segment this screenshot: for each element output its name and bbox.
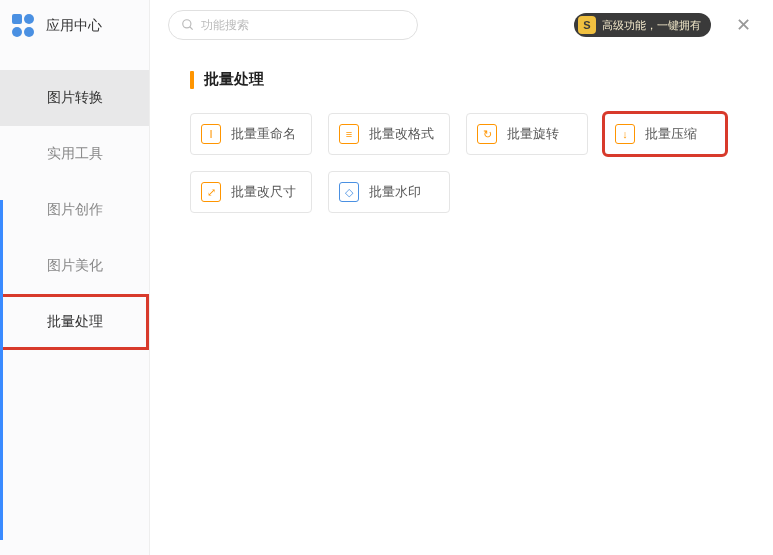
tile-grid: I批量重命名≡批量改格式↻批量旋转↓批量压缩⤢批量改尺寸◇批量水印 xyxy=(190,113,733,213)
section-title-text: 批量处理 xyxy=(204,70,264,89)
tile-batch-compress[interactable]: ↓批量压缩 xyxy=(604,113,726,155)
close-icon: ✕ xyxy=(736,14,751,36)
content: 批量处理 I批量重命名≡批量改格式↻批量旋转↓批量压缩⤢批量改尺寸◇批量水印 xyxy=(150,50,773,233)
promo-badge-icon: S xyxy=(578,16,596,34)
search-input[interactable] xyxy=(201,18,405,32)
tile-batch-rename[interactable]: I批量重命名 xyxy=(190,113,312,155)
batch-watermark-icon: ◇ xyxy=(339,182,359,202)
app-logo-icon xyxy=(12,14,36,38)
promo-text: 高级功能，一键拥有 xyxy=(602,18,701,33)
batch-compress-icon: ↓ xyxy=(615,124,635,144)
promo-pill[interactable]: S 高级功能，一键拥有 xyxy=(574,13,711,37)
batch-format-icon: ≡ xyxy=(339,124,359,144)
svg-point-0 xyxy=(183,20,191,28)
main-area: S 高级功能，一键拥有 ✕ 批量处理 I批量重命名≡批量改格式↻批量旋转↓批量压… xyxy=(150,0,773,555)
sidebar-item-image-convert[interactable]: 图片转换 xyxy=(0,70,149,126)
sidebar-item-image-create[interactable]: 图片创作 xyxy=(0,182,149,238)
svg-line-1 xyxy=(190,27,193,30)
sidebar-item-batch-processing[interactable]: 批量处理 xyxy=(0,294,149,350)
tile-label: 批量压缩 xyxy=(645,125,697,143)
tile-label: 批量旋转 xyxy=(507,125,559,143)
tile-label: 批量改格式 xyxy=(369,125,434,143)
sidebar-item-image-beautify[interactable]: 图片美化 xyxy=(0,238,149,294)
batch-resize-icon: ⤢ xyxy=(201,182,221,202)
tile-batch-rotate[interactable]: ↻批量旋转 xyxy=(466,113,588,155)
search-box[interactable] xyxy=(168,10,418,40)
app-title: 应用中心 xyxy=(46,17,102,35)
topbar: S 高级功能，一键拥有 ✕ xyxy=(150,0,773,50)
sidebar-header: 应用中心 xyxy=(0,0,149,52)
section-title: 批量处理 xyxy=(190,70,733,89)
close-button[interactable]: ✕ xyxy=(731,13,755,37)
section-accent-bar xyxy=(190,71,194,89)
tile-batch-format[interactable]: ≡批量改格式 xyxy=(328,113,450,155)
search-icon xyxy=(181,18,195,32)
tile-label: 批量重命名 xyxy=(231,125,296,143)
tile-batch-watermark[interactable]: ◇批量水印 xyxy=(328,171,450,213)
sidebar: 应用中心 图片转换 实用工具 图片创作 图片美化 批量处理 xyxy=(0,0,150,555)
nav-list: 图片转换 实用工具 图片创作 图片美化 批量处理 xyxy=(0,70,149,350)
batch-rotate-icon: ↻ xyxy=(477,124,497,144)
tile-batch-resize[interactable]: ⤢批量改尺寸 xyxy=(190,171,312,213)
tile-label: 批量水印 xyxy=(369,183,421,201)
tile-label: 批量改尺寸 xyxy=(231,183,296,201)
sidebar-item-utilities[interactable]: 实用工具 xyxy=(0,126,149,182)
batch-rename-icon: I xyxy=(201,124,221,144)
sidebar-indicator xyxy=(0,200,3,540)
